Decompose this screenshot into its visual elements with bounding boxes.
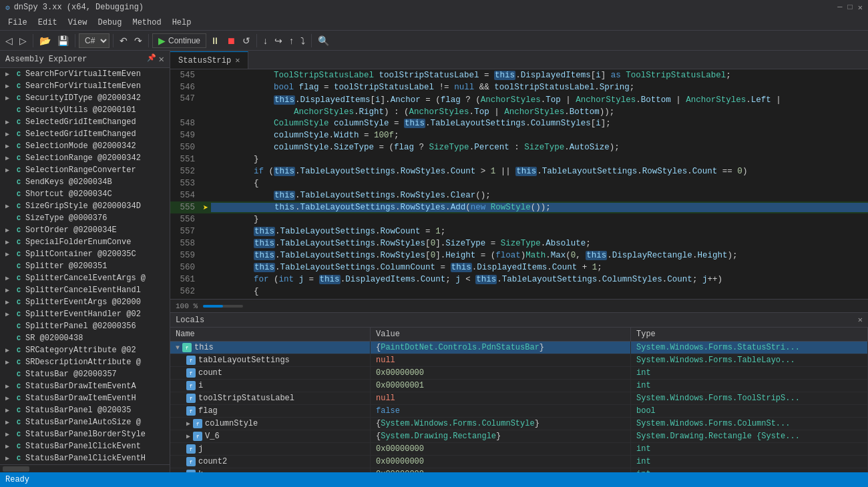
tree-item[interactable]: ▶ C SplitterCancelEventArgs @ <box>0 272 170 284</box>
step-over-btn[interactable]: ↪ <box>272 34 285 47</box>
expand-arrow[interactable]: ▶ <box>5 394 13 402</box>
tree-item[interactable]: ▶ C SearchForVirtualItemEven <box>0 80 170 92</box>
tree-item[interactable]: ▶ C StatusBarDrawItemEventH <box>0 392 170 404</box>
step-out-btn[interactable]: ↑ <box>286 34 296 47</box>
expand-arrow[interactable]: ▶ <box>5 430 13 438</box>
locals-row[interactable]: ▶ f columnStyle {System.Windows.Forms.Co… <box>170 418 868 430</box>
tree-item[interactable]: ▶ C SecurityIDType @02000342 <box>0 92 170 104</box>
search-btn[interactable]: 🔍 <box>315 34 332 47</box>
toolbar-undo-btn[interactable]: ↶ <box>117 34 130 47</box>
tree-item[interactable]: ▶ C SortOrder @0200034E <box>0 224 170 236</box>
tree-item[interactable]: ▶ C SR @02000438 <box>0 332 170 344</box>
tab-statusstrip[interactable]: StatusStrip ✕ <box>170 51 248 69</box>
expand-arrow[interactable]: ▶ <box>5 334 13 342</box>
toolbar-open-btn[interactable]: 📂 <box>37 34 53 47</box>
expand-arrow[interactable]: ▶ <box>5 214 13 222</box>
tree-item[interactable]: ▶ C SplitterEventHandler @02 <box>0 308 170 320</box>
menu-edit[interactable]: Edit <box>33 17 63 29</box>
tree-item[interactable]: ▶ C SplitterEventArgs @02000 <box>0 296 170 308</box>
menu-view[interactable]: View <box>63 17 93 29</box>
tree-item[interactable]: ▶ C Splitter @0200351 <box>0 260 170 272</box>
locals-row[interactable]: f toolStripStatusLabel null System.Windo… <box>170 392 868 405</box>
zoom-slider[interactable] <box>203 305 243 308</box>
maximize-btn[interactable]: □ <box>848 3 853 12</box>
expand-arrow[interactable]: ▶ <box>5 82 13 90</box>
locals-close-btn[interactable]: ✕ <box>858 315 863 325</box>
expand-arrow[interactable]: ▶ <box>5 142 13 150</box>
tree-item[interactable]: ▶ C StatusBarPanelBorderStyle <box>0 428 170 440</box>
tree-item[interactable]: ▶ C SearchForVirtualItemEven <box>0 68 170 80</box>
expand-arrow[interactable]: ▶ <box>5 190 13 198</box>
tree-item[interactable]: ▶ C StatusBar @02000357 <box>0 368 170 380</box>
expand-arrow[interactable]: ▶ <box>5 226 13 234</box>
close-btn[interactable]: ✕ <box>858 3 863 13</box>
tree-item[interactable]: ▶ C SecurityUtils @02000101 <box>0 104 170 116</box>
pin-btn[interactable]: 📌 <box>147 53 156 65</box>
locals-table[interactable]: Name Value Type ▼ f this {PaintDotNet.Co… <box>170 328 868 472</box>
tree-item[interactable]: ▶ C SRDescriptionAttribute @ <box>0 356 170 368</box>
tree-item[interactable]: ▶ C SelectionRange @02000342 <box>0 152 170 164</box>
expand-arrow[interactable]: ▶ <box>5 94 13 102</box>
tree-item[interactable]: ▶ C SelectionRangeConverter <box>0 164 170 176</box>
locals-row[interactable]: f k 0x00000000 int <box>170 468 868 472</box>
tree-item[interactable]: ▶ C StatusBarPanelClickEventH <box>0 452 170 464</box>
assembly-tree[interactable]: ▶ C SearchForVirtualItemEven ▶ C SearchF… <box>0 68 170 464</box>
expand-arrow[interactable]: ▶ <box>5 310 13 318</box>
menu-file[interactable]: File <box>3 17 33 29</box>
tree-item[interactable]: ▶ C SplitterCancelEventHandl <box>0 284 170 296</box>
tree-item[interactable]: ▶ C StatusBarPanelAutoSize @ <box>0 416 170 428</box>
tab-close-btn[interactable]: ✕ <box>235 55 240 65</box>
toolbar-save-btn[interactable]: 💾 <box>55 34 71 47</box>
minimize-btn[interactable]: ─ <box>837 3 842 12</box>
locals-row-this[interactable]: ▼ f this {PaintDotNet.Controls.PdnStatus… <box>170 342 868 354</box>
tree-item[interactable]: ▶ C StatusBarPanelClickEvent <box>0 440 170 452</box>
expand-arrow[interactable]: ▶ <box>5 370 13 378</box>
menu-help[interactable]: Help <box>167 17 197 29</box>
continue-button[interactable]: ▶ Continue <box>152 33 206 48</box>
expand-arrow[interactable]: ▶ <box>5 274 13 282</box>
code-scroll[interactable]: 545 ToolStripStatusLabel toolStripStatus… <box>170 69 868 299</box>
locals-row[interactable]: f j 0x00000000 int <box>170 443 868 456</box>
expand-arrow[interactable]: ▶ <box>5 286 13 294</box>
locals-row[interactable]: ▶ f V_6 {System.Drawing.Rectangle} Syste… <box>170 430 868 443</box>
expand-tri[interactable]: ▶ <box>186 420 190 428</box>
locals-row[interactable]: f tableLayoutSettings null System.Window… <box>170 354 868 367</box>
expand-arrow[interactable]: ▶ <box>5 106 13 114</box>
tree-item[interactable]: ▶ C StatusBarDrawItemEventA <box>0 380 170 392</box>
tree-item[interactable]: ▶ C SizeGripStyle @02000034D <box>0 200 170 212</box>
tree-item[interactable]: ▶ C SendKeys @0200034B <box>0 176 170 188</box>
expand-tri[interactable]: ▶ <box>186 432 190 440</box>
toolbar-redo-btn[interactable]: ↷ <box>132 34 145 47</box>
expand-arrow[interactable]: ▶ <box>5 70 13 78</box>
toolbar-forward-btn[interactable]: ▷ <box>17 34 29 47</box>
tree-item[interactable]: ▶ C StatusBarPanel @020035 <box>0 404 170 416</box>
menu-method[interactable]: Method <box>127 17 166 29</box>
expand-arrow[interactable]: ▶ <box>5 298 13 306</box>
expand-arrow[interactable]: ▶ <box>5 322 13 330</box>
run-to-cursor-btn[interactable]: ⤵ <box>298 34 308 47</box>
expand-arrow[interactable]: ▶ <box>5 262 13 270</box>
tree-item[interactable]: ▶ C SpecialFolderEnumConve <box>0 236 170 248</box>
assembly-hscroll[interactable] <box>0 464 170 472</box>
expand-arrow[interactable]: ▶ <box>5 178 13 186</box>
tree-item[interactable]: ▶ C SplitterPanel @02000356 <box>0 320 170 332</box>
tree-item[interactable]: ▶ C SelectedGridItemChanged <box>0 128 170 140</box>
expand-arrow[interactable]: ▶ <box>5 130 13 138</box>
assembly-explorer-close[interactable]: ✕ <box>159 53 164 65</box>
locals-row[interactable]: f count 0x00000000 int <box>170 367 868 380</box>
expand-arrow[interactable]: ▶ <box>5 382 13 390</box>
expand-arrow[interactable]: ▶ <box>5 454 13 462</box>
pause-btn[interactable]: ⏸ <box>208 34 222 47</box>
tree-item[interactable]: ▶ C SizeType @0000376 <box>0 212 170 224</box>
language-dropdown[interactable]: C# <box>79 33 110 48</box>
expand-arrow[interactable]: ▶ <box>5 202 13 210</box>
expand-arrow[interactable]: ▶ <box>5 418 13 426</box>
tree-item[interactable]: ▶ C SelectionMode @02000342 <box>0 140 170 152</box>
restart-btn[interactable]: ↺ <box>240 34 253 47</box>
expand-arrow[interactable]: ▶ <box>5 358 13 366</box>
tree-item[interactable]: ▶ C SelectedGridItemChanged <box>0 116 170 128</box>
locals-row[interactable]: f flag false bool <box>170 405 868 418</box>
step-into-btn[interactable]: ↓ <box>260 34 270 47</box>
tree-item[interactable]: ▶ C Shortcut @0200034C <box>0 188 170 200</box>
expand-arrow[interactable]: ▶ <box>5 166 13 174</box>
